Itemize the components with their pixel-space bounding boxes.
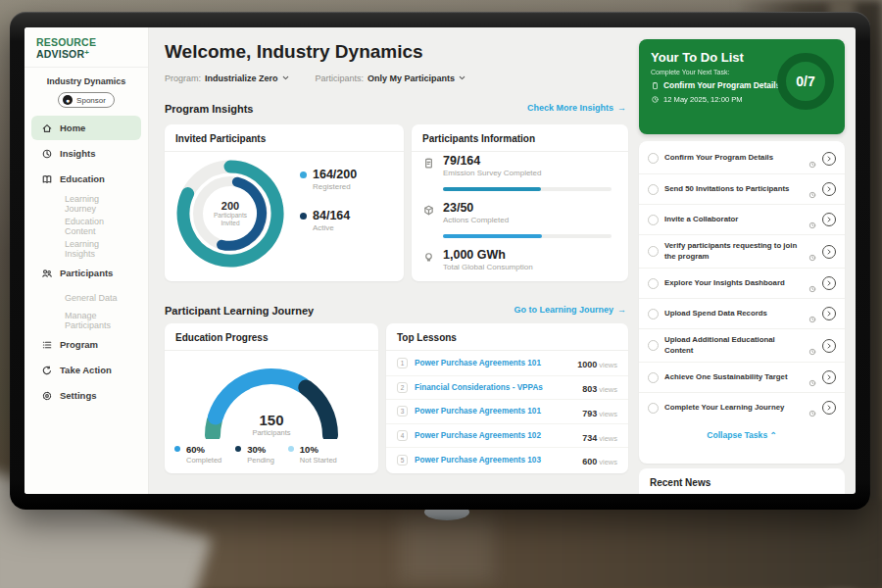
sidebar-item-settings[interactable]: Settings [31,383,141,408]
task-go-button[interactable] [822,152,836,166]
todo-task-row[interactable]: Invite a Collaborator [639,204,845,234]
program-filter-value: Industrialize Zero [205,74,278,83]
go-to-learning-journey-link[interactable]: Go to Learning Journey→ [514,305,626,315]
lesson-row[interactable]: 3 Power Purchase Agreements 101 793views [386,399,628,423]
task-label: Complete Your Learning Journey [664,403,803,414]
todo-task-list: Confirm Your Program Details Send 50 Inv… [639,143,845,422]
legend-dot [288,446,294,452]
lesson-row[interactable]: 1 Power Purchase Agreements 101 1000view… [386,351,628,375]
sidebar-item-education[interactable]: Education [31,167,141,191]
invited-participants-donut-chart: 200 Participants Invited [172,156,288,271]
main-content: Welcome, Industry Dynamics Program:Indus… [149,27,635,494]
dashboard-screen: RESOURCE ADVISOR+ Industry Dynamics ● Sp… [24,27,856,494]
chevron-down-icon [281,74,290,82]
task-clock-icon [808,248,816,256]
sidebar-item-take-action[interactable]: Take Action [31,358,141,382]
sidebar-nav: HomeInsightsEducationLearning JourneyEdu… [24,116,148,408]
monitor-bezel: RESOURCE ADVISOR+ Industry Dynamics ● Sp… [10,12,870,510]
task-go-button[interactable] [822,182,836,196]
recent-news-title: Recent News [639,468,845,494]
todo-task-row[interactable]: Upload Additional Educational Content [639,328,845,362]
lesson-link[interactable]: Power Purchase Agreements 103 [415,456,575,465]
actions-icon [422,204,435,217]
lesson-link[interactable]: Power Purchase Agreements 102 [415,431,575,440]
task-clock-icon [808,404,816,412]
legend-dot [300,172,307,178]
sidebar-item-participants[interactable]: Participants [31,261,141,285]
chevron-down-icon [458,74,466,82]
participants-filter[interactable]: Participants:Only My Participants [316,74,467,83]
task-go-button[interactable] [822,276,836,290]
clock-icon [651,95,660,104]
sponsor-badge[interactable]: ● Sponsor [58,92,115,108]
arrow-right-icon: → [617,103,626,113]
program-icon [41,339,53,351]
sidebar-subitem-manage-participants[interactable]: Manage Participants [31,309,141,331]
sidebar-subitem-general-data[interactable]: General Data [31,286,141,309]
education-progress-card: Education Progress 150 Participants 60%C… [165,323,378,473]
lesson-rank: 1 [397,358,408,368]
lesson-row[interactable]: 4 Power Purchase Agreements 102 734views [386,423,628,448]
task-checkbox[interactable] [648,184,659,195]
todo-task-row[interactable]: Complete Your Learning Journey [639,392,845,422]
lesson-views: 600 [582,457,597,466]
todo-task-row[interactable]: Confirm Your Program Details [639,143,845,173]
lesson-row[interactable]: 2 Financial Considerations - VPPAs 803vi… [386,375,628,400]
legend-dot [174,446,180,452]
todo-task-row[interactable]: Explore Your Insights Dashboard [639,268,845,298]
lesson-link[interactable]: Power Purchase Agreements 101 [415,407,575,416]
task-checkbox[interactable] [648,403,659,414]
app-logo[interactable]: RESOURCE ADVISOR+ [24,27,148,68]
task-go-button[interactable] [822,339,836,353]
task-go-button[interactable] [822,307,836,320]
legend-dot [235,446,241,452]
todo-task-row[interactable]: Upload Spend Data Records [639,298,845,328]
task-label: Invite a Collaborator [664,215,803,225]
invited-participants-card-title: Invited Participants [165,124,404,152]
task-checkbox[interactable] [648,215,659,225]
program-filter[interactable]: Program:Industrialize Zero [165,74,290,83]
program-filter-label: Program: [165,74,201,83]
consumption-icon [422,251,435,264]
check-more-insights-link[interactable]: Check More Insights→ [527,103,626,113]
top-lessons-card: Top Lessons 1 Power Purchase Agreements … [386,323,628,473]
task-checkbox[interactable] [648,278,659,289]
lesson-link[interactable]: Financial Considerations - VPPAs [415,383,575,392]
task-checkbox[interactable] [648,309,659,319]
task-go-button[interactable] [822,213,836,226]
task-checkbox[interactable] [648,372,659,383]
todo-task-row[interactable]: Achieve One Sustainability Target [639,362,845,392]
progress-fill [443,234,542,238]
task-go-button[interactable] [822,401,836,415]
gauge-center-label: 150 Participants [188,412,355,437]
todo-progress-ring: 0/7 [777,53,834,110]
education-icon [41,173,53,185]
sidebar-subitem-education-content[interactable]: Education Content [31,215,141,237]
lesson-row[interactable]: 5 Power Purchase Agreements 103 600views [386,447,628,471]
progress-track [443,187,612,191]
sidebar-item-home[interactable]: Home [31,116,141,140]
task-checkbox[interactable] [648,340,659,351]
todo-task-row[interactable]: Send 50 Invitations to Participants [639,173,845,204]
task-checkbox[interactable] [648,246,659,257]
todo-task-list-card: Confirm Your Program Details Send 50 Inv… [639,141,845,464]
top-lessons-list: 1 Power Purchase Agreements 101 1000view… [386,351,628,471]
legend-item: 84/164Active [300,209,357,232]
sidebar-subitem-learning-journey[interactable]: Learning Journey [31,192,141,215]
donut-center-label: 200 Participants Invited [172,156,288,271]
sidebar-item-insights[interactable]: Insights [31,141,141,166]
learning-journey-title: Participant Learning Journey [165,305,314,317]
todo-task-row[interactable]: Verify participants requesting to join t… [639,234,845,268]
task-clock-icon [808,185,816,193]
task-go-button[interactable] [822,370,836,384]
sidebar-item-program[interactable]: Program [31,332,141,357]
lesson-link[interactable]: Power Purchase Agreements 101 [415,359,570,368]
sidebar-subitem-learning-insights[interactable]: Learning Insights [31,237,141,260]
top-lessons-card-title: Top Lessons [386,323,628,351]
task-clock-icon [808,373,816,381]
task-checkbox[interactable] [648,153,659,164]
collapse-tasks-link[interactable]: Collapse Tasks ⌃ [639,422,845,442]
monitor-stand-reflection [400,514,494,582]
invited-participants-legend: 164/200Registered 84/164Active [300,168,357,232]
task-go-button[interactable] [822,245,836,259]
